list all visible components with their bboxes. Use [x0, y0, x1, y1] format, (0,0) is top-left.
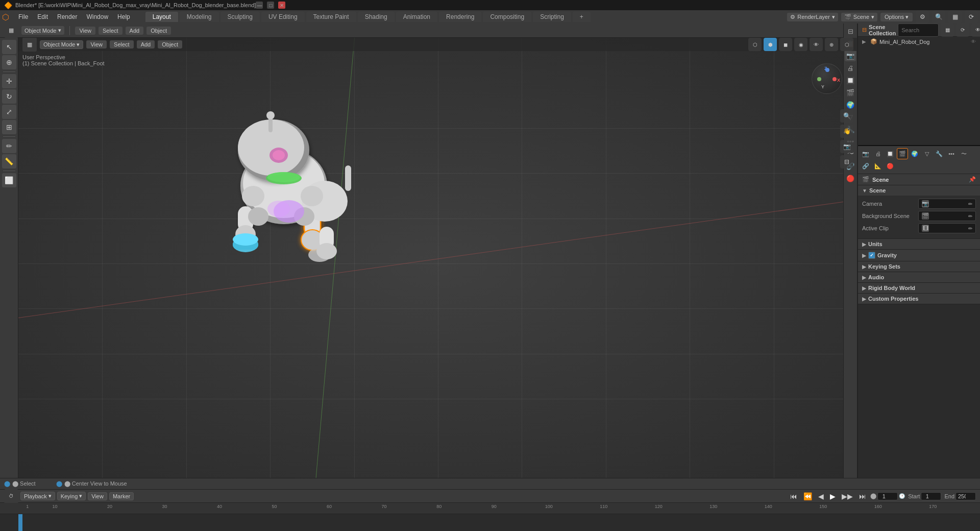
- select-menu[interactable]: Select: [99, 27, 122, 35]
- search-icon[interactable]: 🔍: [932, 10, 945, 23]
- vp-wireframe-btn[interactable]: ⬡: [748, 38, 762, 51]
- background-scene-value[interactable]: 🎬 ✏: [918, 211, 976, 221]
- scene-section-header[interactable]: ▼ Scene: [858, 185, 980, 196]
- bg-edit-icon[interactable]: ✏: [968, 213, 972, 219]
- nav-sphere[interactable]: X Y Z: [812, 63, 842, 94]
- options-button[interactable]: Options ▾: [880, 13, 913, 21]
- prop-tab-render[interactable]: 📷: [860, 148, 871, 159]
- audio-section-header[interactable]: ▶ Audio: [858, 272, 980, 282]
- prop-tab-data[interactable]: 📐: [872, 160, 884, 172]
- prop-tab-constraints[interactable]: 🔗: [860, 160, 871, 172]
- filter-icon[interactable]: ▦: [948, 10, 962, 23]
- vp-solid-btn[interactable]: ⬢: [764, 38, 777, 51]
- vp-view-btn[interactable]: View: [86, 40, 107, 49]
- vp-xray-btn[interactable]: ⬡: [840, 38, 853, 51]
- prop-tab-material[interactable]: 🔴: [885, 160, 896, 172]
- menu-window[interactable]: Window: [82, 12, 112, 21]
- transform-tool[interactable]: ⊞: [2, 120, 16, 134]
- scene-selector[interactable]: 🎬Scene▾: [841, 13, 877, 21]
- vp-gizmo-btn[interactable]: ⊕: [825, 38, 838, 51]
- outliner-sync[interactable]: ⟳: [956, 23, 969, 37]
- clip-edit-icon[interactable]: ✏: [968, 226, 972, 231]
- keying-sets-header[interactable]: ▶ Keying Sets: [858, 261, 980, 272]
- close-button[interactable]: ✕: [278, 2, 285, 9]
- scene-collection-item[interactable]: ▶ 📦 Mini_AI_Robot_Dog 👁: [858, 37, 980, 46]
- add-cube-tool[interactable]: ⬜: [2, 173, 16, 187]
- minimize-button[interactable]: —: [256, 2, 263, 9]
- tl-editor-type[interactable]: ⏱: [4, 489, 18, 503]
- units-section-header[interactable]: ▶ Units: [858, 239, 980, 249]
- select-tool[interactable]: ↖: [2, 40, 16, 54]
- navigation-gizmo[interactable]: X Y Z: [806, 58, 847, 99]
- properties-icon[interactable]: ⊟: [845, 26, 856, 37]
- go-to-start-btn[interactable]: ⏮: [788, 491, 799, 501]
- tab-layout[interactable]: Layout: [145, 12, 178, 22]
- tab-uv-editing[interactable]: UV Editing: [261, 12, 305, 22]
- prop-tab-physics[interactable]: 〜: [958, 148, 969, 159]
- world-props-icon[interactable]: 🌍: [845, 99, 856, 110]
- tab-modeling[interactable]: Modeling: [180, 12, 219, 22]
- custom-props-header[interactable]: ▶ Custom Properties: [858, 294, 980, 304]
- playback-dropdown[interactable]: Playback ▾: [20, 492, 55, 500]
- rigid-body-world-header[interactable]: ▶ Rigid Body World: [858, 283, 980, 293]
- vp-add-btn[interactable]: Add: [137, 40, 155, 49]
- menu-file[interactable]: File: [14, 12, 32, 21]
- prop-tab-view[interactable]: 🔲: [885, 148, 896, 159]
- menu-edit[interactable]: Edit: [33, 12, 52, 21]
- viewport[interactable]: ▦ Object Mode ▾ View Select Add Object ⬡…: [18, 38, 857, 489]
- scene-icon[interactable]: ⚙: [916, 10, 929, 23]
- play-btn[interactable]: ▶: [828, 491, 838, 501]
- prop-tab-modifier[interactable]: 🔧: [934, 148, 945, 159]
- nav-y-dot[interactable]: [817, 77, 821, 81]
- menu-help[interactable]: Help: [113, 12, 134, 21]
- gravity-checkbox[interactable]: ✓: [868, 252, 875, 259]
- vp-overlay-btn[interactable]: 👁: [810, 38, 823, 51]
- menu-render[interactable]: Render: [53, 12, 81, 21]
- outliner-search[interactable]: [898, 23, 939, 37]
- viewport-canvas[interactable]: ▦ Object Mode ▾ View Select Add Object ⬡…: [18, 38, 857, 489]
- next-frame-btn[interactable]: ▶▶: [840, 491, 855, 501]
- vp-object-btn[interactable]: Object: [158, 40, 182, 49]
- rotate-tool[interactable]: ↻: [2, 89, 16, 104]
- sync-icon[interactable]: ⟳: [965, 10, 978, 23]
- object-menu[interactable]: Object: [146, 27, 171, 35]
- vp-select-btn[interactable]: Select: [110, 40, 134, 49]
- cursor-tool[interactable]: ⊕: [2, 55, 16, 69]
- prop-tab-object[interactable]: ▽: [921, 148, 933, 159]
- measure-tool[interactable]: 📏: [2, 154, 16, 168]
- vp-editor-type[interactable]: ▦: [22, 38, 37, 52]
- mode-selector[interactable]: Object Mode▾: [21, 26, 64, 35]
- outliner-filter[interactable]: ▦: [941, 23, 954, 37]
- tab-add[interactable]: +: [573, 12, 591, 22]
- tab-scripting[interactable]: Scripting: [533, 12, 571, 22]
- prop-tab-scene[interactable]: 🎬: [897, 148, 908, 159]
- eye-icon[interactable]: 👁: [971, 39, 976, 44]
- pin-icon[interactable]: 📌: [969, 176, 976, 183]
- playhead[interactable]: [18, 514, 19, 531]
- camera-view-btn[interactable]: 📷: [840, 140, 853, 153]
- editor-type-button[interactable]: ▦: [4, 23, 18, 38]
- timeline-body[interactable]: 1 10 20 30 40 50 60 70 80 90 100 110 120…: [0, 503, 980, 531]
- annotate-tool[interactable]: ✏: [2, 139, 16, 153]
- prev-frame-btn[interactable]: ◀: [816, 491, 826, 501]
- window-controls[interactable]: — □ ✕: [256, 2, 285, 9]
- prop-tab-output[interactable]: 🖨: [872, 148, 884, 159]
- prop-tab-particles[interactable]: •••: [946, 148, 957, 159]
- maximize-button[interactable]: □: [267, 2, 274, 9]
- outliner-eye[interactable]: 👁: [971, 23, 980, 37]
- vp-mode-selector[interactable]: Object Mode ▾: [40, 40, 83, 49]
- marker-dropdown[interactable]: Marker: [109, 492, 134, 500]
- nav-x-dot[interactable]: [832, 77, 837, 81]
- vp-material-btn[interactable]: ◼: [779, 38, 792, 51]
- orbit-btn[interactable]: 👋: [840, 125, 853, 138]
- active-clip-value[interactable]: 🎞 ✏: [918, 223, 976, 233]
- add-menu[interactable]: Add: [126, 27, 144, 35]
- go-to-end-btn[interactable]: ⏭: [857, 491, 868, 501]
- zoom-in-btn[interactable]: 🔍: [840, 109, 853, 123]
- camera-edit-icon[interactable]: ✏: [968, 201, 972, 207]
- scale-tool[interactable]: ⤢: [2, 105, 16, 119]
- tab-compositing[interactable]: Compositing: [483, 12, 531, 22]
- gravity-section-header[interactable]: ▶ ✓ Gravity: [858, 250, 980, 261]
- prev-keyframe-btn[interactable]: ⏪: [801, 491, 814, 501]
- camera-value[interactable]: 📷 ✏: [918, 199, 976, 209]
